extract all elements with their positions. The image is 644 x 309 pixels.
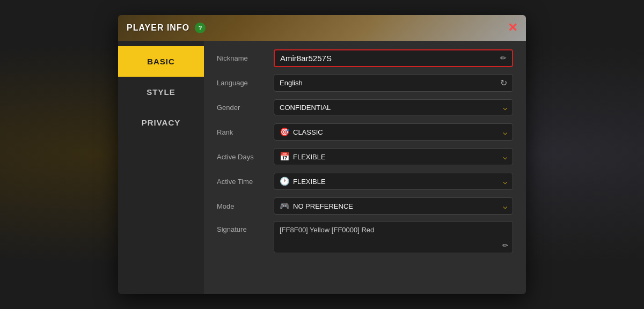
active-days-value: FLEXIBLE [293, 153, 326, 161]
signature-label: Signature [217, 221, 265, 233]
active-days-chevron-icon: ⌵ [503, 152, 507, 161]
rank-dropdown-left: 🎯 CLASSIC [280, 127, 323, 137]
mode-chevron-icon: ⌵ [503, 202, 507, 210]
mode-label: Mode [217, 202, 265, 210]
nickname-box[interactable]: Amir8ar5257S ✏ [274, 49, 513, 67]
mode-icon: 🎮 [280, 201, 290, 211]
close-button[interactable]: ✕ [508, 22, 517, 34]
dialog-body: BASIC STYLE PRIVACY Nickname Amir8ar5257… [118, 41, 526, 294]
signature-edit-icon[interactable]: ✏ [502, 241, 508, 249]
gender-chevron-icon: ⌵ [503, 103, 507, 112]
mode-row: Mode 🎮 NO PREFERENCE ⌵ [217, 196, 513, 216]
active-time-control: 🕐 FLEXIBLE ⌵ [274, 173, 513, 190]
nickname-row: Nickname Amir8ar5257S ✏ [217, 48, 513, 68]
signature-box[interactable]: [FF8F00] Yellow [FF0000] Red ✏ [274, 221, 513, 253]
signature-control: [FF8F00] Yellow [FF0000] Red ✏ [274, 221, 513, 253]
mode-dropdown-left: 🎮 NO PREFERENCE [280, 201, 353, 211]
active-days-dropdown-left: 📅 FLEXIBLE [280, 152, 326, 161]
gender-control: CONFIDENTIAL ⌵ [274, 99, 513, 115]
active-days-label: Active Days [217, 153, 265, 161]
dialog-header: PLAYER INFO ? ✕ [118, 15, 526, 41]
active-time-chevron-icon: ⌵ [503, 177, 507, 186]
nickname-label: Nickname [217, 54, 265, 62]
header-left: PLAYER INFO ? [127, 23, 206, 33]
player-info-dialog: PLAYER INFO ? ✕ BASIC STYLE PRIVACY Nick… [118, 15, 526, 294]
active-time-icon: 🕐 [280, 176, 290, 186]
active-days-control: 📅 FLEXIBLE ⌵ [274, 148, 513, 165]
sidebar-item-basic[interactable]: BASIC [118, 46, 204, 77]
language-label: Language [217, 79, 265, 87]
dialog-title: PLAYER INFO [127, 23, 189, 33]
rank-chevron-icon: ⌵ [503, 128, 507, 136]
signature-row: Signature [FF8F00] Yellow [FF0000] Red ✏ [217, 221, 513, 253]
gender-dropdown[interactable]: CONFIDENTIAL ⌵ [274, 99, 513, 115]
language-refresh-icon[interactable]: ↻ [500, 78, 507, 88]
rank-value: CLASSIC [293, 128, 323, 136]
active-time-dropdown-left: 🕐 FLEXIBLE [280, 176, 326, 186]
sidebar-item-style[interactable]: STYLE [118, 77, 204, 107]
language-row: Language English ↻ [217, 73, 513, 92]
gender-dropdown-left: CONFIDENTIAL [280, 104, 331, 112]
mode-value: NO PREFERENCE [293, 202, 353, 210]
rank-control: 🎯 CLASSIC ⌵ [274, 123, 513, 141]
gender-value: CONFIDENTIAL [280, 104, 331, 112]
active-time-value: FLEXIBLE [293, 178, 326, 186]
rank-row: Rank 🎯 CLASSIC ⌵ [217, 122, 513, 142]
active-days-icon: 📅 [280, 152, 290, 161]
active-time-row: Active Time 🕐 FLEXIBLE ⌵ [217, 172, 513, 191]
nickname-control: Amir8ar5257S ✏ [274, 49, 513, 67]
rank-icon: 🎯 [280, 127, 290, 137]
rank-dropdown[interactable]: 🎯 CLASSIC ⌵ [274, 123, 513, 141]
language-value: English [280, 79, 303, 87]
sidebar: BASIC STYLE PRIVACY [118, 41, 204, 294]
nickname-value: Amir8ar5257S [280, 54, 332, 63]
language-control: English ↻ [274, 74, 513, 92]
signature-value: [FF8F00] Yellow [FF0000] Red [280, 226, 507, 234]
help-icon[interactable]: ? [195, 23, 206, 33]
active-days-dropdown[interactable]: 📅 FLEXIBLE ⌵ [274, 148, 513, 165]
sidebar-item-privacy[interactable]: PRIVACY [118, 107, 204, 138]
language-box[interactable]: English ↻ [274, 74, 513, 92]
mode-control: 🎮 NO PREFERENCE ⌵ [274, 197, 513, 215]
active-days-row: Active Days 📅 FLEXIBLE ⌵ [217, 147, 513, 166]
gender-row: Gender CONFIDENTIAL ⌵ [217, 98, 513, 117]
nickname-edit-icon[interactable]: ✏ [500, 54, 507, 62]
mode-dropdown[interactable]: 🎮 NO PREFERENCE ⌵ [274, 197, 513, 215]
active-time-label: Active Time [217, 178, 265, 186]
active-time-dropdown[interactable]: 🕐 FLEXIBLE ⌵ [274, 173, 513, 190]
content-area: Nickname Amir8ar5257S ✏ Language English… [204, 41, 526, 294]
gender-label: Gender [217, 104, 265, 112]
rank-label: Rank [217, 128, 265, 136]
